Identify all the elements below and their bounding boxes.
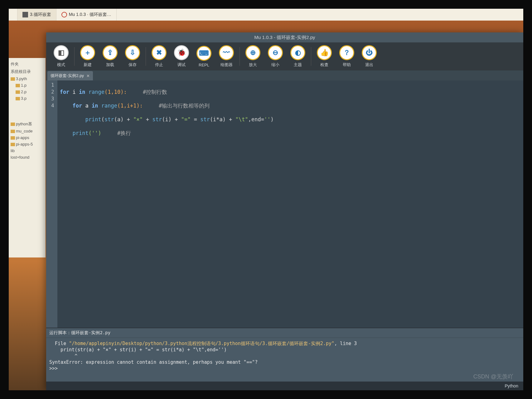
plus-icon: ＋ (80, 45, 95, 60)
power-icon: ⏻ (362, 45, 377, 60)
tab-bar: 循环嵌套-实例2.py ✕ (46, 70, 523, 80)
bug-icon: 🐞 (174, 45, 189, 60)
os-taskbar: 3.循环嵌套 Mu 1.0.3 · 循环嵌套… (9, 9, 523, 21)
divider (311, 47, 311, 66)
theme-icon: ◐ (290, 45, 305, 60)
status-language: Python (505, 383, 518, 388)
fm-header: 件夹 (10, 60, 44, 68)
help-button[interactable]: ？帮助 (336, 45, 358, 68)
taskbar-launcher[interactable] (9, 9, 17, 21)
help-icon: ？ (339, 45, 354, 60)
thumbs-up-icon: 👍 (317, 45, 332, 60)
taskbar-label: 3.循环嵌套 (30, 12, 51, 17)
mode-button[interactable]: ◧模式 (50, 45, 72, 68)
tab-label: 循环嵌套-实例2.py (51, 73, 84, 79)
folder-icon (16, 84, 20, 87)
divider (239, 47, 240, 66)
fm-item[interactable]: pi-apps (10, 134, 44, 141)
fm-item[interactable]: 2.p (10, 89, 44, 95)
new-button[interactable]: ＋新建 (76, 45, 99, 68)
toolbar: ◧模式 ＋新建 ⇪加载 ⇩保存 ✖停止 🐞调试 ⌨REPL 〰绘图器 ⊕放大 ⊖… (46, 42, 523, 70)
fm-item[interactable]: python基 (10, 120, 44, 128)
wave-icon: 〰 (219, 45, 234, 60)
repl-output[interactable]: File "/home/applepinyin/Desktop/python/3… (46, 338, 523, 382)
code-body[interactable]: for i in range(1,10): #控制行数 for a in ran… (57, 80, 276, 328)
zoom-in-button[interactable]: ⊕放大 (242, 45, 264, 68)
repl-button[interactable]: ⌨REPL (193, 46, 215, 67)
folder-icon (11, 136, 15, 140)
save-button[interactable]: ⇩保存 (121, 45, 144, 68)
zoom-out-icon: ⊖ (268, 45, 283, 60)
stop-icon: ✖ (152, 45, 167, 60)
fm-item[interactable]: 3.pyth (10, 75, 44, 82)
theme-button[interactable]: ◐主题 (287, 45, 309, 68)
folder-icon (11, 123, 15, 126)
mu-app-icon (61, 12, 67, 17)
mode-icon: ◧ (54, 45, 69, 60)
folder-icon (16, 97, 20, 100)
divider (146, 47, 146, 66)
window-titlebar[interactable]: Mu 1.0.3 - 循环嵌套-实例2.py (46, 32, 523, 42)
fm-item[interactable]: 1.p (10, 82, 44, 89)
repl-panel: 运行脚本：循环嵌套-实例2.py File "/home/applepinyin… (46, 328, 523, 382)
zoom-in-icon: ⊕ (245, 45, 260, 60)
mu-editor-window: Mu 1.0.3 - 循环嵌套-实例2.py ◧模式 ＋新建 ⇪加载 ⇩保存 ✖… (46, 32, 523, 390)
fm-item[interactable]: mu_code (10, 128, 44, 134)
fm-item[interactable]: lost+found (10, 154, 44, 161)
folder-icon (11, 130, 15, 133)
load-button[interactable]: ⇪加载 (99, 45, 121, 68)
check-button[interactable]: 👍检查 (313, 45, 336, 68)
fm-item[interactable]: 3.p (10, 95, 44, 102)
folder-icon (16, 90, 20, 94)
divider (74, 47, 75, 66)
watermark: CSDN @无羡吖 (473, 373, 513, 380)
folder-icon (11, 143, 15, 146)
status-bar: Python (46, 382, 523, 390)
tab-file[interactable]: 循环嵌套-实例2.py ✕ (47, 71, 93, 80)
terminal-icon (22, 12, 28, 17)
file-manager-sidebar: 件夹 系统根目录 3.pyth 1.p 2.p 3.p python基 mu_c… (9, 58, 46, 257)
code-editor[interactable]: 1 2 3 4 for i in range(1,10): #控制行数 for … (46, 80, 523, 328)
stop-button[interactable]: ✖停止 (148, 45, 170, 68)
repl-header: 运行脚本：循环嵌套-实例2.py (46, 328, 523, 338)
close-icon[interactable]: ✕ (86, 74, 90, 78)
taskbar-label: Mu 1.0.3 · 循环嵌套… (69, 12, 111, 17)
fm-item[interactable]: pi-apps-5 (10, 141, 44, 147)
fm-item[interactable]: lib (10, 147, 44, 154)
load-icon: ⇪ (103, 45, 118, 60)
debug-button[interactable]: 🐞调试 (170, 45, 193, 68)
keyboard-icon: ⌨ (196, 46, 211, 61)
save-icon: ⇩ (125, 45, 140, 60)
quit-button[interactable]: ⏻退出 (358, 45, 380, 68)
taskbar-item-mu[interactable]: Mu 1.0.3 · 循环嵌套… (56, 9, 117, 21)
zoom-out-button[interactable]: ⊖缩小 (264, 45, 287, 68)
window-title: Mu 1.0.3 - 循环嵌套-实例2.py (254, 35, 315, 41)
taskbar-item-filemanager[interactable]: 3.循环嵌套 (17, 9, 56, 21)
desktop: 件夹 系统根目录 3.pyth 1.p 2.p 3.p python基 mu_c… (9, 21, 523, 390)
line-gutter: 1 2 3 4 (46, 80, 57, 328)
folder-icon (11, 77, 15, 81)
fm-header: 系统根目录 (10, 68, 44, 75)
plotter-button[interactable]: 〰绘图器 (215, 45, 238, 68)
